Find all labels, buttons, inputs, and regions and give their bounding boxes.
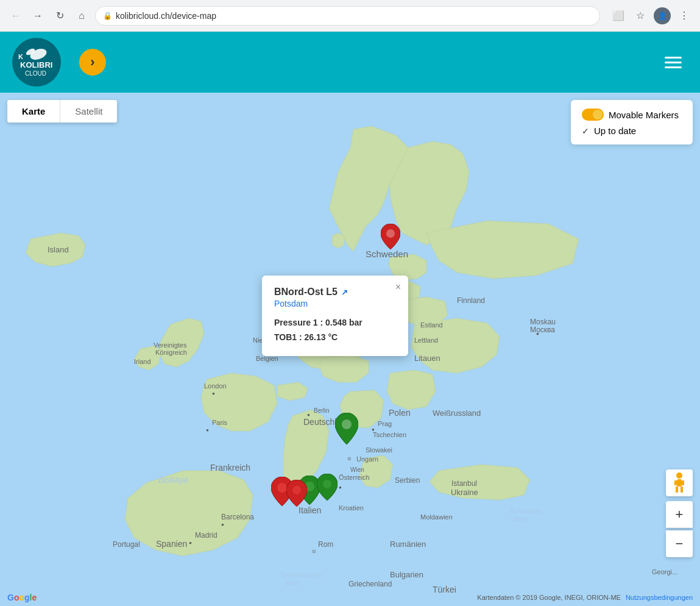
svg-text:●: ● bbox=[189, 540, 192, 546]
legend-movable-markers-row: Movable Markers bbox=[582, 109, 682, 121]
app-header: K KOLIBRI CLOUD › bbox=[0, 32, 700, 93]
pressure-row: Pressure 1 : 0.548 bar bbox=[274, 316, 396, 330]
svg-rect-75 bbox=[682, 480, 684, 485]
svg-text:London: London bbox=[204, 382, 227, 390]
popup-title: BNord-Ost L5 ↗︎ bbox=[274, 287, 396, 298]
svg-rect-74 bbox=[674, 480, 677, 485]
svg-text:Island: Island bbox=[48, 245, 69, 254]
svg-text:Irland: Irland bbox=[134, 358, 151, 365]
svg-text:Kroatien: Kroatien bbox=[339, 504, 364, 512]
marker-berlin-green-top[interactable] bbox=[335, 413, 358, 444]
up-to-date-label: Up to date bbox=[594, 126, 636, 136]
back-button[interactable]: ← bbox=[7, 7, 24, 24]
svg-text:Madrid: Madrid bbox=[195, 531, 217, 540]
movable-markers-toggle[interactable] bbox=[582, 109, 604, 121]
info-popup: × BNord-Ost L5 ↗︎ Potsdam Pressure 1 : 0… bbox=[262, 276, 408, 356]
svg-text:Schwarzes: Schwarzes bbox=[509, 507, 542, 515]
marker-central-red-overlap[interactable] bbox=[286, 480, 307, 507]
svg-text:Italien: Italien bbox=[299, 505, 321, 515]
svg-text:Istanbul: Istanbul bbox=[451, 479, 477, 488]
svg-text:●: ● bbox=[372, 427, 375, 432]
svg-text:●: ● bbox=[339, 485, 342, 490]
svg-text:Москва: Москва bbox=[530, 326, 555, 334]
svg-text:Barcelona: Barcelona bbox=[221, 513, 254, 521]
svg-text:Wien: Wien bbox=[350, 466, 364, 473]
menu-button[interactable]: ⋮ bbox=[676, 7, 693, 24]
svg-text:Prag: Prag bbox=[378, 420, 392, 427]
svg-text:●: ● bbox=[307, 412, 310, 418]
svg-text:Biskaya: Biskaya bbox=[158, 475, 188, 485]
lock-icon: 🔒 bbox=[103, 12, 112, 20]
svg-text:Polen: Polen bbox=[389, 408, 411, 418]
forward-button[interactable]: → bbox=[29, 7, 46, 24]
svg-rect-73 bbox=[681, 487, 683, 493]
legend-up-to-date-row: ✓ Up to date bbox=[582, 126, 682, 136]
svg-text:●: ● bbox=[536, 331, 539, 337]
popup-data: Pressure 1 : 0.548 bar TOB1 : 26.13 °C bbox=[274, 316, 396, 345]
svg-point-70 bbox=[676, 472, 682, 479]
cast-button[interactable]: ⬜ bbox=[610, 7, 627, 24]
svg-text:Weißrussland: Weißrussland bbox=[433, 408, 481, 418]
svg-text:Königreich: Königreich bbox=[155, 349, 187, 356]
svg-text:Portugal: Portugal bbox=[113, 540, 140, 549]
user-avatar[interactable]: 👤 bbox=[654, 7, 671, 24]
svg-text:Georgi...: Georgi... bbox=[652, 568, 677, 576]
tab-karte[interactable]: Karte bbox=[7, 100, 60, 123]
home-button[interactable]: ⌂ bbox=[73, 7, 90, 24]
checkmark-icon: ✓ bbox=[582, 126, 589, 136]
popup-close-button[interactable]: × bbox=[395, 282, 401, 293]
hamburger-line-2 bbox=[665, 62, 682, 63]
address-bar[interactable]: 🔒 kolibricloud.ch/device-map bbox=[95, 6, 600, 26]
map-tab-bar: Karte Satellit bbox=[7, 100, 117, 123]
refresh-button[interactable]: ↻ bbox=[51, 7, 68, 24]
map-attribution: Kartendaten © 2019 Google, INEGI, ORION-… bbox=[477, 594, 621, 601]
map-terms-link[interactable]: Nutzungsbedingungen bbox=[626, 594, 693, 601]
svg-text:Ungarn: Ungarn bbox=[356, 455, 378, 463]
svg-point-64 bbox=[386, 229, 395, 238]
svg-text:Slowakei: Slowakei bbox=[366, 446, 392, 454]
svg-text:Schweden: Schweden bbox=[366, 249, 408, 259]
marker-sweden[interactable] bbox=[381, 224, 400, 249]
pegman-control[interactable] bbox=[666, 469, 693, 496]
movable-markers-label: Movable Markers bbox=[609, 110, 679, 120]
bookmark-button[interactable]: ☆ bbox=[632, 7, 649, 24]
popup-subtitle: Potsdam bbox=[274, 299, 396, 308]
map-container[interactable]: Island Vereinigtes Königreich Irland Lon… bbox=[0, 93, 700, 606]
hamburger-menu-button[interactable] bbox=[659, 51, 688, 74]
svg-text:Finnland: Finnland bbox=[457, 296, 485, 305]
google-logo: Google bbox=[7, 593, 37, 602]
browser-actions: ⬜ ☆ 👤 ⋮ bbox=[610, 7, 693, 24]
svg-text:Berlin: Berlin bbox=[314, 407, 330, 414]
nav-toggle-button[interactable]: › bbox=[79, 49, 106, 76]
svg-text:Moskau: Moskau bbox=[530, 318, 556, 326]
svg-text:Vereinigtes: Vereinigtes bbox=[154, 341, 187, 349]
svg-point-68 bbox=[292, 486, 301, 494]
hamburger-line-1 bbox=[665, 57, 682, 59]
zoom-in-button[interactable]: + bbox=[666, 501, 693, 528]
zoom-out-button[interactable]: − bbox=[666, 530, 693, 557]
marker-central-green-right[interactable] bbox=[317, 474, 338, 501]
svg-text:Meer: Meer bbox=[513, 515, 529, 522]
hamburger-line-3 bbox=[665, 66, 682, 68]
map-controls: + − bbox=[666, 469, 693, 557]
svg-text:⊙: ⊙ bbox=[347, 456, 352, 462]
svg-text:●: ● bbox=[206, 427, 209, 433]
svg-text:Rom: Rom bbox=[318, 540, 333, 549]
svg-rect-71 bbox=[677, 479, 682, 487]
svg-text:Moldawien: Moldawien bbox=[420, 513, 453, 521]
svg-text:⊙: ⊙ bbox=[312, 549, 316, 554]
svg-text:K: K bbox=[18, 53, 23, 60]
svg-text:Spanien: Spanien bbox=[156, 539, 187, 549]
svg-text:Frankreich: Frankreich bbox=[210, 463, 250, 472]
svg-text:Lettland: Lettland bbox=[414, 337, 438, 344]
svg-text:●: ● bbox=[221, 522, 224, 527]
svg-point-69 bbox=[323, 480, 331, 488]
external-link-icon[interactable]: ↗︎ bbox=[341, 288, 348, 297]
browser-chrome: ← → ↻ ⌂ 🔒 kolibricloud.ch/device-map ⬜ ☆… bbox=[0, 0, 700, 32]
url-text: kolibricloud.ch/device-map bbox=[116, 11, 216, 21]
svg-text:Bulgarien: Bulgarien bbox=[390, 570, 423, 579]
map-footer: Google Kartendaten © 2019 Google, INEGI,… bbox=[0, 589, 700, 606]
tab-satellit[interactable]: Satellit bbox=[60, 100, 117, 123]
legend-panel: Movable Markers ✓ Up to date bbox=[571, 100, 693, 144]
svg-text:Estland: Estland bbox=[420, 321, 443, 329]
